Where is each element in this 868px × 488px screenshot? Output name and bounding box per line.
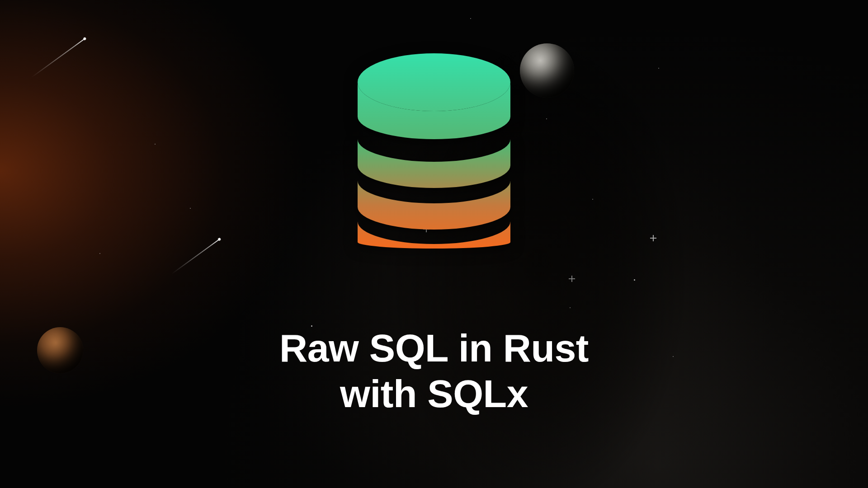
- star-icon: [470, 18, 471, 19]
- star-icon: [634, 279, 635, 281]
- star-icon: [155, 144, 156, 145]
- title-line-1: Raw SQL in Rust: [0, 325, 868, 371]
- planet-grey-icon: [520, 43, 574, 98]
- star-icon: [658, 68, 659, 69]
- title-line-2: with SQLx: [0, 371, 868, 417]
- star-icon: [592, 199, 593, 200]
- star-icon: [190, 208, 191, 209]
- star-icon: [99, 253, 100, 254]
- sparkle-icon: [650, 235, 656, 241]
- star-icon: [546, 118, 547, 119]
- star-icon: [570, 307, 571, 308]
- svg-point-0: [358, 53, 510, 111]
- page-title: Raw SQL in Rust with SQLx: [0, 325, 868, 417]
- database-icon: [358, 53, 510, 249]
- sparkle-icon: [569, 276, 575, 282]
